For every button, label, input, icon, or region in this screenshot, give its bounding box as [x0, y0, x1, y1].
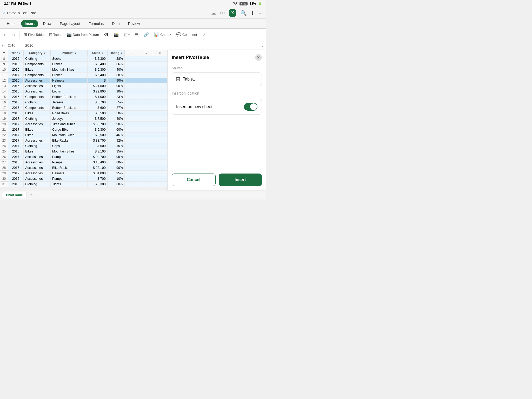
tab-insert[interactable]: Insert — [21, 20, 38, 27]
cell-rating[interactable]: 40% — [107, 116, 124, 122]
cell-g[interactable] — [139, 94, 153, 100]
cell-category[interactable]: Accessories — [24, 78, 51, 83]
cell-rating[interactable]: 23% — [107, 94, 124, 100]
cell-product[interactable]: Bike Racks — [50, 138, 87, 143]
cell-rating[interactable]: 95% — [107, 154, 124, 160]
cell-year[interactable]: 2016 — [8, 160, 24, 165]
table-row[interactable]: 10 2016 Bikes Mountain Bikes $ 6,300 40% — [0, 67, 167, 72]
table-row[interactable]: 20 2017 Accessories Tires and Tubes $ 63… — [0, 122, 167, 127]
cell-category[interactable]: Bikes — [24, 132, 51, 138]
cell-year[interactable]: 2017 — [8, 143, 24, 149]
cell-g[interactable] — [139, 182, 153, 187]
cell-year[interactable]: 2017 — [8, 105, 24, 111]
cell-f[interactable] — [124, 154, 139, 160]
table-row[interactable]: 19 2017 Clothing Jerseys $ 7,500 40% — [0, 116, 167, 122]
cell-f[interactable] — [124, 171, 139, 176]
photo-insert-button[interactable]: 🖼 — [102, 31, 110, 38]
cell-year[interactable]: 2017 — [8, 122, 24, 127]
panel-close-button[interactable]: ✕ — [255, 54, 262, 61]
cell-h[interactable] — [153, 127, 167, 132]
cell-year[interactable]: 2017 — [8, 138, 24, 143]
insert-button[interactable]: Insert — [219, 174, 262, 186]
cell-category[interactable]: Bikes — [24, 127, 51, 132]
cell-rating[interactable]: 10% — [107, 176, 124, 182]
cell-f[interactable] — [124, 149, 139, 154]
cell-product[interactable]: Brakes — [50, 72, 87, 78]
cell-h[interactable] — [153, 143, 167, 149]
cell-g[interactable] — [139, 160, 153, 165]
table-row[interactable]: 31 2015 Clothing Tights $ 3,300 30% — [0, 182, 167, 187]
formula-value[interactable]: 2016 — [25, 43, 259, 48]
redo-button[interactable]: ↪ — [10, 31, 17, 39]
text-button[interactable]: ☰ — [133, 31, 141, 38]
chart-button[interactable]: 📊 Chart ▾ — [152, 31, 173, 38]
cell-sales[interactable]: $ 5,400 — [88, 72, 108, 78]
add-sheet-button[interactable]: + — [28, 192, 35, 198]
cell-product[interactable]: Mountain Bikes — [50, 67, 87, 72]
tab-formulas[interactable]: Formulas — [85, 20, 107, 27]
cell-g[interactable] — [139, 105, 153, 111]
tab-data[interactable]: Data — [108, 20, 123, 27]
cell-h[interactable] — [153, 94, 167, 100]
cell-g[interactable] — [139, 56, 153, 62]
cell-rating[interactable]: 90% — [107, 78, 124, 83]
cell-f[interactable] — [124, 56, 139, 62]
cell-g[interactable] — [139, 100, 153, 105]
cell-year[interactable]: 2016 — [8, 78, 24, 83]
cell-sales[interactable]: $ 2,300 — [88, 56, 108, 62]
cell-reference[interactable]: 2016 — [8, 43, 21, 47]
cell-category[interactable]: Bikes — [24, 111, 51, 116]
cell-category[interactable]: Clothing — [24, 182, 51, 187]
cell-rating[interactable]: 46% — [107, 132, 124, 138]
cell-category[interactable]: Clothing — [24, 56, 51, 62]
insert-new-sheet-toggle[interactable] — [244, 103, 257, 111]
cell-product[interactable]: Helmets — [50, 171, 87, 176]
cell-h[interactable] — [153, 89, 167, 94]
cell-f[interactable] — [124, 160, 139, 165]
cell-h[interactable] — [153, 62, 167, 67]
cancel-button[interactable]: Cancel — [172, 174, 216, 186]
cell-sales[interactable]: $ 21,600 — [88, 83, 108, 89]
cell-g[interactable] — [139, 122, 153, 127]
cell-h[interactable] — [153, 138, 167, 143]
cell-year[interactable]: 2016 — [8, 165, 24, 171]
table-row[interactable]: 18 2015 Bikes Road Bikes $ 3,500 50% — [0, 111, 167, 116]
cell-g[interactable] — [139, 89, 153, 94]
table-row[interactable]: 21 2017 Bikes Cargo Bike $ 9,300 60% — [0, 127, 167, 132]
cell-g[interactable] — [139, 72, 153, 78]
comment-button[interactable]: 💬 Comment — [174, 31, 199, 38]
cell-f[interactable] — [124, 100, 139, 105]
cell-product[interactable]: Helmets — [50, 78, 87, 83]
table-row[interactable]: 11 2017 Components Brakes $ 5,400 38% — [0, 72, 167, 78]
cell-g[interactable] — [139, 116, 153, 122]
cell-sales[interactable]: $ 30,700 — [88, 154, 108, 160]
cell-h[interactable] — [153, 67, 167, 72]
cell-h[interactable] — [153, 132, 167, 138]
cell-rating[interactable]: 5% — [107, 100, 124, 105]
cell-category[interactable]: Accessories — [24, 165, 51, 171]
cell-year[interactable]: 2017 — [8, 72, 24, 78]
cell-f[interactable] — [124, 165, 139, 171]
cell-year[interactable]: 2017 — [8, 132, 24, 138]
cell-sales[interactable]: $ 1,000 — [88, 94, 108, 100]
table-row[interactable]: 15 2016 Components Bottom Brackets $ 1,0… — [0, 94, 167, 100]
cell-sales[interactable]: $ 16,400 — [88, 160, 108, 165]
cell-rating[interactable]: 92% — [107, 138, 124, 143]
cell-product[interactable]: Tights — [50, 182, 87, 187]
cell-rating[interactable]: 90% — [107, 83, 124, 89]
cell-product[interactable]: Bottom Brackets — [50, 105, 87, 111]
cell-product[interactable]: Pumps — [50, 176, 87, 182]
cell-product[interactable]: Bottom Brackets — [50, 94, 87, 100]
cell-product[interactable]: Road Bikes — [50, 111, 87, 116]
cell-year[interactable]: 2015 — [8, 111, 24, 116]
cell-product[interactable]: Brakes — [50, 62, 87, 67]
cell-product[interactable]: Mountain Bikes — [50, 132, 87, 138]
cell-category[interactable]: Accessories — [24, 154, 51, 160]
cell-h[interactable] — [153, 100, 167, 105]
tab-draw[interactable]: Draw — [39, 20, 55, 27]
cell-f[interactable] — [124, 111, 139, 116]
cell-category[interactable]: Clothing — [24, 100, 51, 105]
cell-product[interactable]: Caps — [50, 143, 87, 149]
cell-year[interactable]: 2016 — [8, 56, 24, 62]
cell-f[interactable] — [124, 182, 139, 187]
